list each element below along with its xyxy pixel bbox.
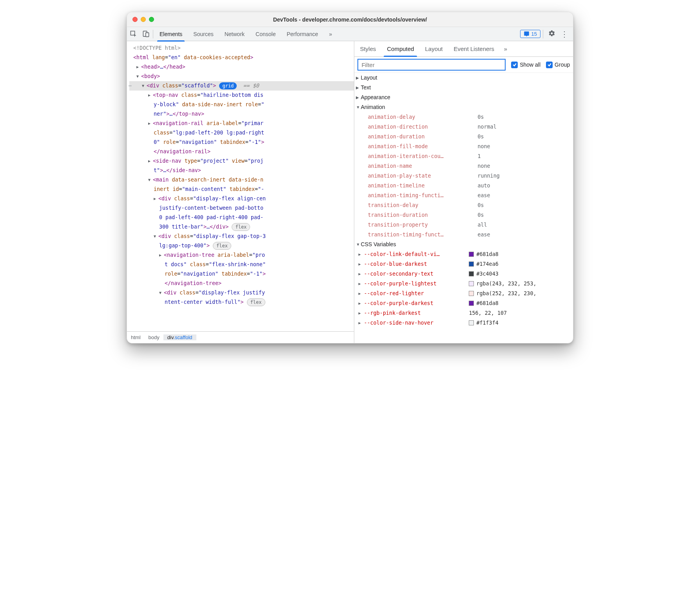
variable-value: 156, 22, 107 — [469, 308, 507, 318]
subtab-more-icon[interactable]: » — [500, 41, 511, 56]
property-value: ease — [477, 191, 490, 200]
flex-badge[interactable]: flex — [232, 223, 250, 231]
computed-property-row[interactable]: animation-timing-functi…ease — [354, 191, 573, 200]
window-minimize-icon[interactable] — [141, 17, 146, 22]
property-name: transition-delay — [368, 200, 477, 210]
computed-property-row[interactable]: animation-play-staterunning — [354, 171, 573, 181]
tab-performance[interactable]: Performance — [281, 27, 323, 41]
device-toggle-icon[interactable] — [140, 27, 152, 41]
crumb-html[interactable]: html — [127, 334, 145, 340]
property-name: animation-delay — [368, 112, 477, 122]
css-variable-row[interactable]: ▶--color-blue-darkest#174ea6 — [354, 259, 573, 269]
variable-name: --color-blue-darkest — [364, 259, 469, 269]
more-options-icon[interactable]: ⋮ — [558, 30, 571, 38]
crumb-body[interactable]: body — [145, 334, 163, 340]
sub-tab-strip: Styles Computed Layout Event Listeners » — [354, 41, 573, 57]
doctype-line: <!DOCTYPE html> — [133, 45, 181, 51]
subtab-layout[interactable]: Layout — [419, 41, 448, 56]
property-value: ease — [477, 230, 490, 240]
section-appearance[interactable]: ▶Appearance — [354, 93, 573, 102]
issues-button[interactable]: 15 — [520, 30, 540, 38]
tab-more-icon[interactable]: » — [324, 27, 338, 41]
computed-property-row[interactable]: animation-directionnormal — [354, 122, 573, 132]
computed-property-row[interactable]: animation-namenone — [354, 161, 573, 171]
css-variable-row[interactable]: ▶--color-red-lighterrgba(252, 232, 230, — [354, 289, 573, 298]
section-css-variables[interactable]: ▼CSS Variables — [354, 240, 573, 249]
variable-name: --color-purple-darkest — [364, 298, 469, 308]
variable-name: --rgb-pink-darkest — [364, 308, 469, 318]
property-value: 1 — [477, 151, 481, 161]
computed-property-row[interactable]: animation-delay0s — [354, 112, 573, 122]
css-variable-row[interactable]: ▶--rgb-pink-darkest156, 22, 107 — [354, 308, 573, 318]
tab-sources[interactable]: Sources — [188, 27, 219, 41]
filter-row: Show all Group — [354, 57, 573, 73]
settings-icon[interactable] — [546, 30, 558, 38]
titlebar: DevTools - developer.chrome.com/docs/dev… — [127, 12, 573, 27]
inspect-element-icon[interactable] — [127, 27, 140, 41]
tab-network[interactable]: Network — [219, 27, 250, 41]
section-layout[interactable]: ▶Layout — [354, 73, 573, 83]
property-value: 0s — [477, 112, 484, 122]
show-all-checkbox[interactable]: Show all — [511, 62, 540, 68]
variable-name: --color-secondary-text — [364, 269, 469, 279]
variable-name: --color-purple-lightest — [364, 279, 469, 289]
styles-pane: Styles Computed Layout Event Listeners »… — [354, 41, 573, 343]
variable-value: rgba(243, 232, 253, — [469, 279, 536, 289]
property-name: transition-property — [368, 220, 477, 230]
selected-dom-node[interactable]: ▼<div class="scaffold"> grid == $0 — [129, 81, 354, 91]
property-value: running — [477, 171, 499, 181]
property-name: transition-timing-funct… — [368, 230, 477, 240]
property-value: none — [477, 161, 490, 171]
property-value: all — [477, 220, 487, 230]
css-variable-row[interactable]: ▶--color-side-nav-hover#f1f3f4 — [354, 318, 573, 328]
devtools-window: DevTools - developer.chrome.com/docs/dev… — [127, 12, 573, 343]
property-value: 0s — [477, 210, 484, 220]
subtab-event-listeners[interactable]: Event Listeners — [448, 41, 500, 56]
css-variable-row[interactable]: ▶--color-secondary-text#3c4043 — [354, 269, 573, 279]
property-name: transition-duration — [368, 210, 477, 220]
flex-badge[interactable]: flex — [213, 242, 231, 250]
css-variable-row[interactable]: ▶--color-purple-lightestrgba(243, 232, 2… — [354, 279, 573, 289]
group-checkbox[interactable]: Group — [546, 62, 570, 68]
computed-property-row[interactable]: animation-fill-modenone — [354, 142, 573, 151]
css-variable-row[interactable]: ▶--color-purple-darkest#681da8 — [354, 298, 573, 308]
section-text[interactable]: ▶Text — [354, 83, 573, 93]
toolbar: Elements Sources Network Console Perform… — [127, 27, 573, 41]
section-animation[interactable]: ▼Animation — [354, 102, 573, 112]
window-zoom-icon[interactable] — [149, 17, 154, 22]
variable-value: #681da8 — [469, 249, 498, 259]
property-name: animation-name — [368, 161, 477, 171]
filter-input[interactable] — [357, 59, 506, 71]
tab-elements[interactable]: Elements — [154, 27, 188, 41]
subtab-computed[interactable]: Computed — [381, 41, 419, 56]
variable-name: --color-red-lighter — [364, 289, 469, 298]
crumb-div-scaffold[interactable]: div.scaffold — [163, 334, 196, 340]
computed-property-row[interactable]: animation-timelineauto — [354, 181, 573, 191]
flex-badge[interactable]: flex — [247, 298, 265, 306]
group-label: Group — [555, 62, 570, 68]
tab-console[interactable]: Console — [250, 27, 281, 41]
color-swatch-icon — [469, 281, 474, 286]
property-value: none — [477, 142, 490, 151]
css-variable-row[interactable]: ▶--color-link-default-vi…#681da8 — [354, 249, 573, 259]
property-name: animation-direction — [368, 122, 477, 132]
computed-property-row[interactable]: transition-propertyall — [354, 220, 573, 230]
toolbar-separator — [543, 30, 543, 38]
color-swatch-icon — [469, 271, 474, 276]
grid-badge[interactable]: grid — [219, 82, 237, 89]
computed-property-row[interactable]: transition-delay0s — [354, 200, 573, 210]
content-area: <!DOCTYPE html> <html lang="en" data-coo… — [127, 41, 573, 343]
toolbar-separator — [153, 30, 153, 38]
elements-pane: <!DOCTYPE html> <html lang="en" data-coo… — [127, 41, 354, 343]
window-close-icon[interactable] — [132, 17, 138, 22]
dom-tree[interactable]: <!DOCTYPE html> <html lang="en" data-coo… — [127, 41, 354, 331]
computed-property-row[interactable]: transition-duration0s — [354, 210, 573, 220]
variable-name: --color-link-default-vi… — [364, 249, 469, 259]
computed-property-row[interactable]: animation-iteration-cou…1 — [354, 151, 573, 161]
property-name: animation-duration — [368, 132, 477, 142]
computed-property-row[interactable]: animation-duration0s — [354, 132, 573, 142]
variable-value: #f1f3f4 — [469, 318, 498, 328]
color-swatch-icon — [469, 261, 474, 267]
computed-property-row[interactable]: transition-timing-funct…ease — [354, 230, 573, 240]
subtab-styles[interactable]: Styles — [354, 41, 381, 56]
